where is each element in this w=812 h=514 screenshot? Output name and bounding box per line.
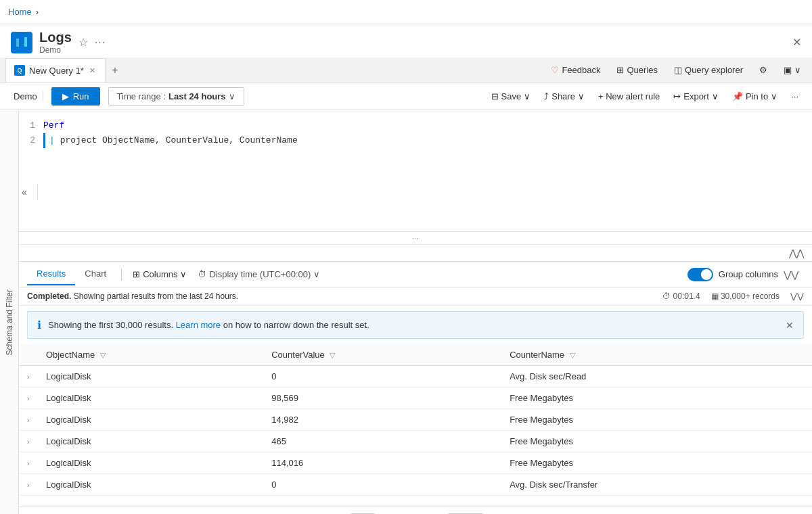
query-explorer-button[interactable]: ◫ Query explorer xyxy=(669,62,748,78)
tab-chart[interactable]: Chart xyxy=(75,263,116,285)
cell-objectname-0: LogicalDisk xyxy=(38,366,263,388)
breadcrumb: Home › xyxy=(8,7,39,17)
line-num-2: 2 xyxy=(24,133,35,148)
query-tab[interactable]: Q New Query 1* ✕ xyxy=(5,58,106,83)
tab-close-button[interactable]: ✕ xyxy=(88,65,97,76)
new-alert-button[interactable]: + New alert rule xyxy=(593,88,665,105)
collapse-editor-icon[interactable]: « xyxy=(22,187,27,197)
status-text: Completed. Showing partial results from … xyxy=(27,291,238,301)
toggle-switch[interactable] xyxy=(687,268,713,281)
table-row: › LogicalDisk 14,982 Free Megabytes xyxy=(19,409,812,431)
app-icon xyxy=(11,32,32,53)
group-columns-toggle: Group columns xyxy=(687,268,778,281)
columns-icon: ⊞ xyxy=(133,269,140,279)
table-row: › LogicalDisk 0 Avg. Disk sec/Read xyxy=(19,366,812,388)
star-icon[interactable]: ☆ xyxy=(78,36,88,49)
pagination: ⏮ ◀ Page of 600 ▶ ⏭ 50 100 200 1 - 50 of… xyxy=(19,507,812,514)
info-text: Showing the first 30,000 results. Learn … xyxy=(48,320,779,330)
export-icon: ↦ xyxy=(673,91,681,101)
line-num-1: 1 xyxy=(24,118,35,133)
save-chevron: ∨ xyxy=(524,91,531,101)
run-button[interactable]: ▶ Run xyxy=(51,87,100,106)
table-row: › LogicalDisk 98,569 Free Megabytes xyxy=(19,388,812,409)
filter-objectname-icon[interactable]: ▽ xyxy=(100,351,106,359)
cell-countervalue-4: 114,016 xyxy=(263,452,501,474)
pin-to-button[interactable]: 📌 Pin to ∨ xyxy=(727,88,783,105)
editor-area: « 1 2 Perf | project ObjectName, Counter… xyxy=(19,110,812,514)
expand-dots: ··· xyxy=(19,232,812,245)
export-button[interactable]: ↦ Export ∨ xyxy=(668,88,724,105)
side-panel[interactable]: Schema and Filter xyxy=(0,110,19,514)
info-close-button[interactable]: ✕ xyxy=(786,320,794,331)
info-icon: ℹ xyxy=(37,319,41,331)
share-button[interactable]: ⤴ Share ∨ xyxy=(539,88,590,105)
time-range-chevron: ∨ xyxy=(229,91,235,101)
layout-button[interactable]: ▣ ∨ xyxy=(778,62,807,78)
settings-icon: ⚙ xyxy=(759,65,767,75)
close-icon[interactable]: ✕ xyxy=(792,36,801,49)
time-range-value: Last 24 hours xyxy=(168,91,226,101)
status-right: ⏱ 00:01.4 ▦ 30,000+ records ⋁⋁ xyxy=(662,291,804,301)
breadcrumb-home[interactable]: Home xyxy=(8,7,32,17)
toggle-knob xyxy=(701,269,712,280)
cell-objectname-1: LogicalDisk xyxy=(38,388,263,409)
results-area: Results Chart ⊞ Columns ∨ ⏱ Display time… xyxy=(19,262,812,514)
top-nav: Home › xyxy=(0,0,812,24)
heart-icon: ♡ xyxy=(551,65,559,75)
expand-status-icon[interactable]: ⋁⋁ xyxy=(790,291,804,301)
tab-results[interactable]: Results xyxy=(27,263,75,285)
new-tab-button[interactable]: + xyxy=(106,61,125,80)
status-bar: Completed. Showing partial results from … xyxy=(19,287,812,306)
table-row: › LogicalDisk 465 Free Megabytes xyxy=(19,431,812,452)
learn-more-link[interactable]: Learn more xyxy=(176,320,221,330)
app-subtitle: Demo xyxy=(39,45,72,55)
side-panel-label: Schema and Filter xyxy=(5,289,14,355)
more-actions-button[interactable]: ··· xyxy=(786,88,804,105)
queries-button[interactable]: ⊞ Queries xyxy=(611,62,663,78)
table-row: › LogicalDisk 114,016 Free Megabytes xyxy=(19,452,812,474)
svg-rect-2 xyxy=(24,37,27,47)
export-chevron: ∨ xyxy=(712,91,719,101)
save-button[interactable]: ⊟ Save ∨ xyxy=(486,88,537,105)
cell-objectname-2: LogicalDisk xyxy=(38,409,263,431)
table-header: ObjectName ▽ CounterValue ▽ CounterName … xyxy=(19,344,812,366)
time-range-button[interactable]: Time range : Last 24 hours ∨ xyxy=(108,87,244,106)
filter-countervalue-icon[interactable]: ▽ xyxy=(330,351,335,359)
expand-icon: ∨ xyxy=(794,65,801,75)
pipe-symbol: | xyxy=(49,135,55,145)
scope-label: Demo xyxy=(8,91,43,101)
tab-label: New Query 1* xyxy=(29,66,84,76)
cell-countervalue-0: 0 xyxy=(263,366,501,388)
query-editor[interactable]: 1 2 Perf | project ObjectName, CounterVa… xyxy=(19,110,812,232)
expand-header xyxy=(19,344,38,366)
queries-icon: ⊞ xyxy=(616,65,624,75)
row-expand-5[interactable]: › xyxy=(19,474,38,496)
layout-icon: ▣ xyxy=(784,65,792,75)
header-left: Logs Demo ☆ ··· xyxy=(11,30,106,55)
cell-objectname-4: LogicalDisk xyxy=(38,452,263,474)
row-expand-1[interactable]: › xyxy=(19,388,38,409)
editor-line-1: Perf xyxy=(43,118,807,133)
collapse-up-icon[interactable]: ⋀⋀ xyxy=(789,248,804,258)
expand-results-icon[interactable]: ⋁⋁ xyxy=(778,266,804,283)
time-chevron: ∨ xyxy=(313,269,320,279)
col-countervalue: CounterValue ▽ xyxy=(263,344,501,366)
col-countername: CounterName ▽ xyxy=(501,344,812,366)
app-title: Logs xyxy=(39,30,72,45)
row-expand-0[interactable]: › xyxy=(19,366,38,388)
action-bar: Demo ▶ Run Time range : Last 24 hours ∨ … xyxy=(0,83,812,110)
display-time-button[interactable]: ⏱ Display time (UTC+00:00) ∨ xyxy=(192,266,325,282)
feedback-button[interactable]: ♡ Feedback xyxy=(545,62,606,78)
save-icon: ⊟ xyxy=(491,91,499,101)
row-expand-3[interactable]: › xyxy=(19,431,38,452)
more-icon[interactable]: ··· xyxy=(95,37,106,49)
filter-countername-icon[interactable]: ▽ xyxy=(570,351,575,359)
columns-button[interactable]: ⊞ Columns ∨ xyxy=(127,266,192,282)
cell-countername-1: Free Megabytes xyxy=(501,388,812,409)
share-icon: ⤴ xyxy=(544,91,549,101)
tab-divider xyxy=(121,268,122,281)
row-expand-4[interactable]: › xyxy=(19,452,38,474)
row-expand-2[interactable]: › xyxy=(19,409,38,431)
settings-button[interactable]: ⚙ xyxy=(754,62,773,78)
cell-countername-2: Free Megabytes xyxy=(501,409,812,431)
